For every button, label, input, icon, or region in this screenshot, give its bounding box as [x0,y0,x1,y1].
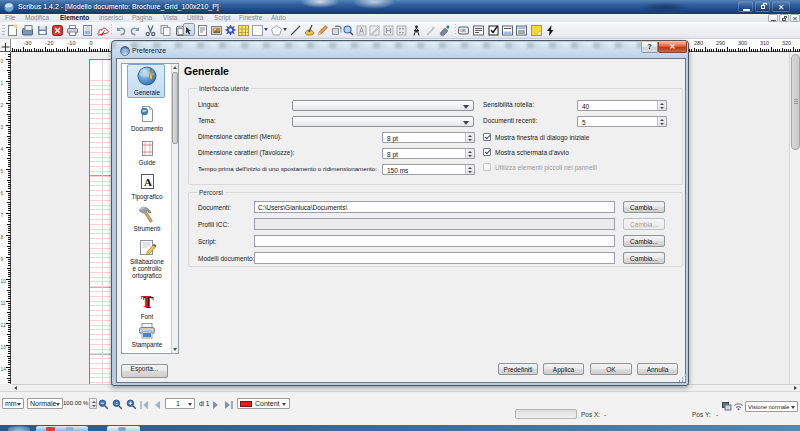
svg-text:A: A [144,176,152,188]
svg-text:OK: OK [460,28,466,33]
svg-text:T: T [141,293,152,310]
